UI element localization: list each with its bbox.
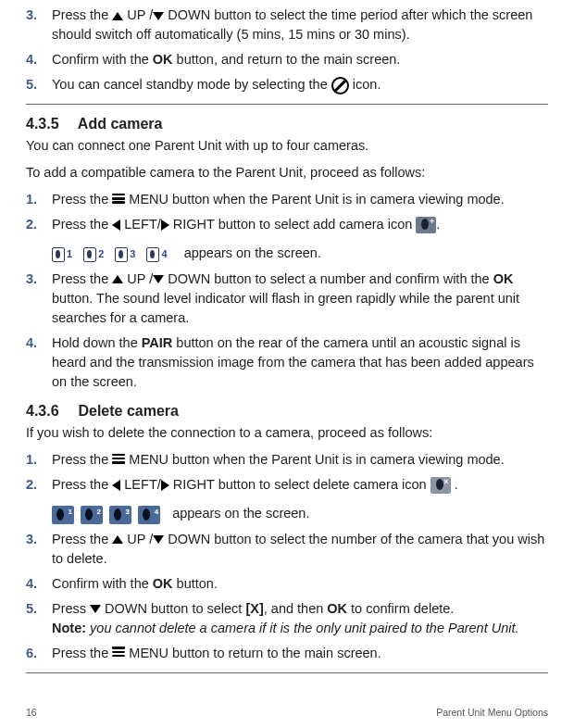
list-item: 1. Press the MENU button when the Parent…	[26, 190, 548, 209]
page-number: 16	[26, 707, 37, 718]
add-camera-list: 1. Press the MENU button when the Parent…	[26, 190, 548, 234]
item-number: 5.	[26, 599, 52, 638]
list-item: 3. Press the UP / DOWN button to select …	[26, 530, 548, 569]
item-text: Confirm with the OK button.	[52, 574, 548, 594]
list-item: 1. Press the MENU button when the Parent…	[26, 450, 548, 470]
camera-number-icons: 1 2 3 4	[52, 245, 175, 264]
item-number: 4.	[26, 333, 52, 392]
menu-icon	[112, 452, 125, 466]
footer-title: Parent Unit Menu Options	[436, 707, 548, 718]
list-item: 3. Press the UP / DOWN button to select …	[26, 270, 548, 328]
up-arrow-icon	[112, 535, 123, 544]
delete-camera-list: 1. Press the MENU button when the Parent…	[26, 450, 548, 495]
right-arrow-icon	[161, 220, 169, 231]
camera-icon: 4	[138, 506, 160, 524]
down-arrow-icon	[153, 12, 164, 20]
camera-number-icons-blue: 1 2 3 4	[52, 505, 163, 524]
top-list: 3. Press the UP / DOWN button to select …	[26, 6, 548, 94]
ok-label: OK	[153, 576, 173, 591]
list-item: 4. Hold down the PAIR button on the rear…	[26, 333, 548, 392]
item-text: Press the MENU button to return to the m…	[52, 644, 548, 663]
menu-icon	[112, 192, 125, 206]
camera-icon	[146, 247, 159, 262]
list-item: 4. Confirm with the OK button, and retur…	[26, 50, 548, 69]
item-text: Press the LEFT/ RIGHT button to select a…	[52, 215, 548, 234]
section-intro: If you wish to delete the connection to …	[26, 423, 548, 443]
add-camera-list-cont: 3. Press the UP / DOWN button to select …	[26, 270, 548, 392]
item-number: 5.	[26, 75, 52, 94]
list-item: 4. Confirm with the OK button.	[26, 574, 548, 594]
item-text: Press the UP / DOWN button to select the…	[52, 530, 548, 569]
item-number: 3.	[26, 270, 52, 328]
item-text: Press the UP / DOWN button to select the…	[52, 6, 548, 44]
item-number: 2.	[26, 215, 52, 234]
item-number: 4.	[26, 574, 52, 594]
item-number: 1.	[26, 190, 52, 209]
manual-page: 3. Press the UP / DOWN button to select …	[0, 0, 574, 727]
left-arrow-icon	[112, 480, 120, 491]
list-item: 6. Press the MENU button to return to th…	[26, 644, 548, 663]
left-arrow-icon	[112, 220, 120, 231]
item-number: 3.	[26, 530, 52, 569]
up-arrow-icon	[112, 275, 123, 283]
delete-camera-list-cont: 3. Press the UP / DOWN button to select …	[26, 530, 548, 663]
x-option: [X]	[245, 601, 263, 616]
list-item: 5. You can cancel standby mode by select…	[26, 75, 548, 94]
section-heading-435: 4.3.5 Add camera	[26, 116, 548, 132]
camera-icon	[83, 247, 96, 262]
down-arrow-icon	[153, 275, 164, 283]
up-arrow-icon	[112, 12, 123, 20]
right-arrow-icon	[161, 480, 169, 491]
pair-label: PAIR	[142, 335, 173, 350]
camera-icon	[115, 247, 128, 262]
section-intro: To add a compatible camera to the Parent…	[26, 163, 548, 182]
item-number: 4.	[26, 50, 52, 69]
menu-icon	[112, 646, 125, 659]
divider	[26, 104, 548, 105]
item-text: Press the MENU button when the Parent Un…	[52, 190, 548, 209]
add-camera-icon: +	[416, 217, 436, 233]
item-text: Press the MENU button when the Parent Un…	[52, 450, 548, 470]
camera-icon	[52, 247, 65, 262]
item-text: Hold down the PAIR button on the rear of…	[52, 333, 548, 392]
page-footer: 16 Parent Unit Menu Options	[26, 701, 548, 718]
camera-indicator-line: 1 2 3 4 appears on the screen.	[52, 504, 548, 524]
list-item: 2. Press the LEFT/ RIGHT button to selec…	[26, 215, 548, 234]
note-text: you cannot delete a camera if it is the …	[86, 621, 519, 635]
item-number: 3.	[26, 6, 52, 44]
down-arrow-icon	[90, 605, 101, 613]
note-label: Note:	[52, 621, 86, 635]
item-text: Press the LEFT/ RIGHT button to select d…	[52, 475, 548, 495]
item-text: Confirm with the OK button, and return t…	[52, 50, 548, 69]
camera-icon: 1	[52, 506, 74, 524]
item-number: 1.	[26, 450, 52, 470]
list-item: 3. Press the UP / DOWN button to select …	[26, 6, 548, 44]
list-item: 2. Press the LEFT/ RIGHT button to selec…	[26, 475, 548, 495]
ok-label: OK	[493, 271, 514, 286]
camera-icon: 3	[109, 506, 131, 524]
down-arrow-icon	[153, 535, 164, 544]
item-number: 6.	[26, 644, 52, 663]
prohibit-icon	[331, 77, 349, 94]
item-number: 2.	[26, 475, 52, 495]
section-heading-436: 4.3.6 Delete camera	[26, 403, 548, 420]
list-item: 5. Press DOWN button to select [X], and …	[26, 599, 548, 638]
ok-label: OK	[327, 601, 347, 616]
item-text: You can cancel standby mode by selecting…	[52, 75, 548, 94]
delete-camera-icon: ×	[430, 477, 451, 494]
divider	[26, 672, 548, 673]
camera-indicator-line: 1 2 3 4 appears on the screen.	[52, 244, 548, 264]
section-intro: You can connect one Parent Unit with up …	[26, 136, 548, 156]
item-text: Press the UP / DOWN button to select a n…	[52, 270, 548, 328]
camera-icon: 2	[81, 506, 103, 524]
item-text: Press DOWN button to select [X], and the…	[52, 599, 548, 638]
ok-label: OK	[153, 52, 173, 67]
